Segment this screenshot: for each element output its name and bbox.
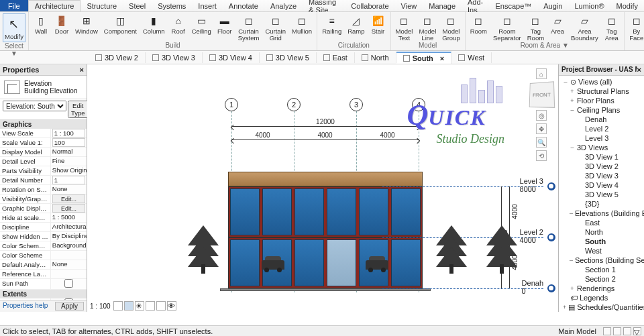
- wall-button[interactable]: ▯Wall: [32, 13, 50, 36]
- tree-node[interactable]: Level 3: [559, 133, 644, 143]
- tree-node[interactable]: 🏷Legends: [559, 293, 644, 302]
- edit-type-button[interactable]: Edit Type: [68, 101, 89, 118]
- shadows-icon[interactable]: [146, 301, 155, 311]
- instance-selector[interactable]: Elevation: South: [3, 101, 66, 111]
- crop-icon[interactable]: [156, 301, 166, 311]
- orbit-icon[interactable]: ⟲: [536, 150, 547, 161]
- mullion-button[interactable]: ◻Mullion: [290, 13, 314, 36]
- property-input[interactable]: [52, 176, 85, 184]
- tree-node[interactable]: –3D Views: [559, 143, 644, 152]
- select-pinned-icon[interactable]: [623, 327, 631, 335]
- tree-node[interactable]: +▤Schedules/Quantities (all): [559, 302, 644, 312]
- hide-icon[interactable]: 👁: [167, 301, 176, 311]
- railing-button[interactable]: ≡Railing: [320, 13, 343, 36]
- property-checkbox[interactable]: [52, 279, 85, 288]
- tree-node[interactable]: East: [559, 218, 644, 227]
- element-type[interactable]: ElevationBuilding Elevation: [0, 76, 87, 99]
- edit-button[interactable]: Edit...: [52, 204, 85, 213]
- menu-tab-architecture[interactable]: Architecture: [28, 0, 81, 11]
- property-input[interactable]: [52, 129, 85, 137]
- stair-button[interactable]: 📶Stair: [369, 13, 388, 36]
- menu-tab-lumion[interactable]: Lumion®: [568, 0, 610, 11]
- view-tab-north[interactable]: North: [355, 52, 396, 63]
- ramp-button[interactable]: ◿Ramp: [345, 13, 366, 36]
- menu-tab-modify[interactable]: Modify: [610, 0, 644, 11]
- drawing-canvas[interactable]: ⌂ FRONT ◎ ✥ 🔍 ⟲ 1234 12000 4000 4000 400…: [87, 64, 558, 312]
- menu-tab-annotate[interactable]: Annotate: [223, 0, 264, 11]
- grid-bubble-3[interactable]: 3: [350, 98, 363, 111]
- close-tab-icon[interactable]: ×: [440, 54, 444, 62]
- tree-node[interactable]: –⊙Views (all): [559, 77, 644, 87]
- column-button[interactable]: ▮Column: [141, 13, 167, 36]
- window-button[interactable]: ⊞Window: [73, 13, 100, 36]
- pan-icon[interactable]: ✥: [536, 123, 547, 134]
- close-icon[interactable]: ×: [80, 66, 84, 74]
- view-tab-west[interactable]: West: [451, 52, 492, 63]
- tree-node[interactable]: Section 1: [559, 265, 644, 274]
- property-input[interactable]: [52, 138, 85, 147]
- floor-button[interactable]: ▬Floor: [215, 13, 234, 36]
- area-button[interactable]: ▱Area: [548, 13, 567, 36]
- tag-button[interactable]: ◻TagRoom: [525, 13, 546, 42]
- door-button[interactable]: 🚪Door: [52, 13, 71, 36]
- file-menu[interactable]: File: [0, 0, 28, 11]
- menu-tab-addins[interactable]: Add-Ins: [462, 0, 489, 11]
- tree-node[interactable]: Level 2: [559, 124, 644, 133]
- tree-node[interactable]: +Renderings: [559, 284, 644, 293]
- sun-path-icon[interactable]: ☀: [135, 301, 144, 311]
- tree-node[interactable]: 3D View 4: [559, 180, 644, 190]
- room-button[interactable]: ◻Room: [468, 13, 489, 36]
- detail-level-icon[interactable]: [113, 301, 123, 311]
- model-button[interactable]: ◻ModelLine: [417, 13, 438, 42]
- menu-tab-steel[interactable]: Steel: [123, 0, 152, 11]
- area-button[interactable]: ▱AreaBoundary: [569, 13, 600, 42]
- tree-node[interactable]: –Sections (Building Section): [559, 256, 644, 265]
- menu-tab-massingsite[interactable]: Massing & Site: [303, 0, 345, 11]
- scale-selector[interactable]: 1 : 100: [90, 302, 111, 310]
- select-underlay-icon[interactable]: [613, 327, 621, 335]
- steering-wheel-icon[interactable]: ◎: [536, 110, 547, 121]
- menu-tab-insert[interactable]: Insert: [192, 0, 223, 11]
- view-tab-3dview4[interactable]: 3D View 4: [203, 52, 260, 63]
- tree-node[interactable]: –Elevations (Building Elevation): [559, 209, 644, 218]
- view-tab-3dview2[interactable]: 3D View 2: [89, 52, 146, 63]
- tag-button[interactable]: ◻TagArea: [602, 13, 621, 42]
- view-tab-east[interactable]: East: [317, 52, 355, 63]
- close-icon[interactable]: ×: [637, 66, 641, 74]
- tree-node[interactable]: 3D View 1: [559, 152, 644, 162]
- curtain-button[interactable]: ◻CurtainSystem: [236, 13, 262, 42]
- tree-node[interactable]: +Floor Plans: [559, 96, 644, 105]
- filter-icon[interactable]: ▽: [633, 327, 641, 335]
- grid-bubble-1[interactable]: 1: [225, 98, 238, 111]
- tree-node[interactable]: North: [559, 227, 644, 237]
- menu-tab-systems[interactable]: Systems: [152, 0, 192, 11]
- component-button[interactable]: ◫Component: [102, 13, 139, 36]
- tree-node[interactable]: West: [559, 246, 644, 256]
- select-dropdown[interactable]: Select ▼: [3, 42, 25, 58]
- ceiling-button[interactable]: ▭Ceiling: [190, 13, 213, 36]
- home-icon[interactable]: ⌂: [536, 68, 547, 79]
- menu-tab-manage[interactable]: Manage: [423, 0, 462, 11]
- select-links-icon[interactable]: [603, 327, 611, 335]
- view-tab-3dview5[interactable]: 3D View 5: [260, 52, 317, 63]
- menu-tab-augin[interactable]: Augin: [537, 0, 568, 11]
- tree-node[interactable]: +Structural Plans: [559, 87, 644, 96]
- modify-button[interactable]: ↖Modify: [3, 13, 25, 42]
- tree-node[interactable]: 3D View 5: [559, 190, 644, 199]
- main-model-selector[interactable]: Main Model: [558, 327, 596, 335]
- menu-tab-structure[interactable]: Structure: [80, 0, 123, 11]
- view-tab-south[interactable]: South×: [396, 52, 452, 64]
- tree-node[interactable]: 3D View 3: [559, 171, 644, 180]
- visual-style-icon[interactable]: [124, 301, 133, 311]
- menu-tab-analyze[interactable]: Analyze: [264, 0, 303, 11]
- tree-node[interactable]: Denah: [559, 115, 644, 124]
- grid-bubble-2[interactable]: 2: [287, 98, 301, 111]
- curtain-button[interactable]: ◻CurtainGrid: [263, 13, 288, 42]
- edit-button[interactable]: Edit...: [52, 194, 85, 203]
- zoom-icon[interactable]: 🔍: [536, 137, 547, 148]
- tree-node[interactable]: South: [559, 237, 644, 246]
- tree-node[interactable]: Section 2: [559, 274, 644, 284]
- roof-button[interactable]: ⌂Roof: [169, 13, 188, 36]
- model-button[interactable]: ◻ModelGroup: [440, 13, 462, 42]
- view-tab-3dview3[interactable]: 3D View 3: [146, 52, 203, 63]
